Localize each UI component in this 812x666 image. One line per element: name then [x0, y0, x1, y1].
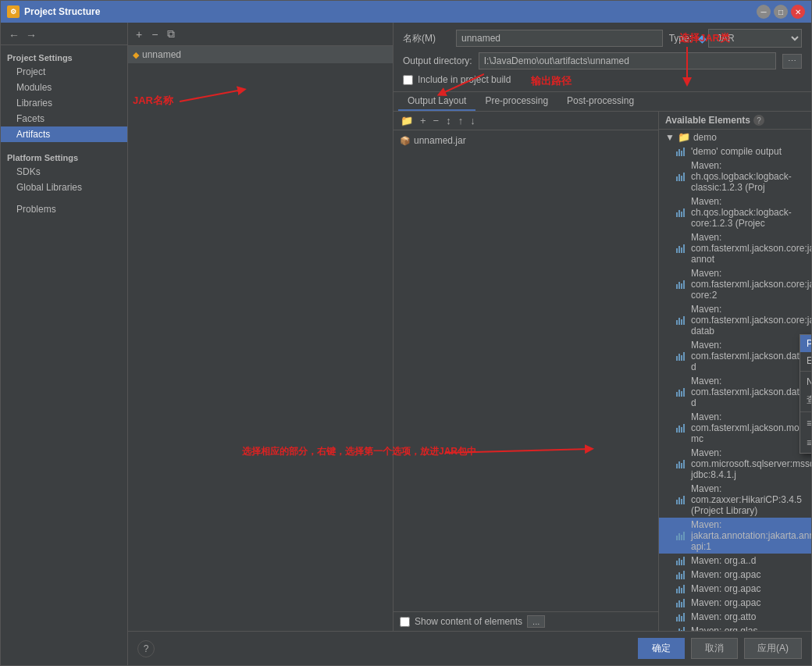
sidebar: ← → Project Settings Project Modules Lib… — [1, 23, 128, 665]
available-item[interactable]: Maven: ch.qos.logback:logback-core:1.2.3… — [659, 194, 811, 230]
available-item[interactable]: Maven: org.apac — [659, 582, 811, 596]
available-item[interactable]: Maven: com.fasterxml.jackson.datatype:ja… — [659, 374, 811, 410]
available-item[interactable]: Maven: org.apac — [659, 596, 811, 610]
sidebar-item-global-libraries[interactable]: Global Libraries — [1, 180, 127, 195]
available-item[interactable]: Maven: org.glas — [659, 624, 811, 631]
available-item[interactable]: Maven: com.microsoft.sqlserver:mssql-jdb… — [659, 446, 811, 482]
sidebar-item-sdks[interactable]: SDKs — [1, 164, 127, 180]
lib-icon — [676, 424, 685, 433]
available-item[interactable]: Maven: org.a..d — [659, 554, 811, 568]
lib-icon — [676, 557, 685, 565]
include-in-build-label: Include in project build — [418, 74, 511, 85]
name-input[interactable] — [456, 30, 663, 47]
jar-icon: ◆ — [698, 32, 707, 45]
artifact-icon: ◆ — [133, 50, 139, 60]
output-up-button[interactable]: ↑ — [456, 114, 466, 127]
bottom-bar: Show content of elements ... — [394, 611, 658, 631]
lib-icon — [676, 388, 685, 397]
copy-artifact-button[interactable]: ⧉ — [164, 26, 178, 42]
title-bar: ⚙ Project Structure ─ □ ✕ — [1, 1, 811, 23]
lib-icon — [676, 208, 685, 217]
more-options-button[interactable]: ... — [527, 615, 545, 628]
lib-icon — [676, 599, 685, 607]
minimize-button[interactable]: ─ — [757, 5, 771, 19]
available-item[interactable]: Maven: org.apac — [659, 568, 811, 582]
browse-dir-button[interactable]: ⋯ — [782, 54, 802, 69]
tree-item-label: unnamed.jar — [414, 135, 466, 146]
tab-output-layout[interactable]: Output Layout — [398, 92, 475, 111]
output-remove-button[interactable]: − — [431, 114, 442, 127]
available-item[interactable]: Maven: ch.qos.logback:logback-classic:1.… — [659, 158, 811, 194]
cancel-button[interactable]: 取消 — [691, 638, 738, 659]
tree-item-jar[interactable]: 📦 unnamed.jar — [394, 134, 658, 148]
sidebar-item-modules[interactable]: Modules — [1, 80, 127, 95]
available-item[interactable]: Maven: com.fasterxml.jackson.core:jackso… — [659, 230, 811, 266]
maximize-button[interactable]: □ — [774, 5, 788, 19]
forward-button[interactable]: → — [24, 29, 38, 41]
artifact-list-item[interactable]: ◆ unnamed — [128, 46, 393, 63]
available-item[interactable]: Maven: com.fasterxml.jackson.core:jackso… — [659, 266, 811, 302]
ctx-expand-all[interactable]: ≡ 全部展开 Ctrl+NumPad + — [800, 414, 811, 433]
tab-preprocessing[interactable]: Pre-processing — [475, 92, 557, 111]
context-menu: Put into Output Root Extract Into Output… — [800, 334, 811, 454]
ctx-expand-label: ≡ 全部展开 — [807, 417, 811, 430]
sidebar-item-artifacts[interactable]: Artifacts — [1, 126, 127, 142]
sidebar-item-project[interactable]: Project — [1, 64, 127, 80]
sidebar-item-problems[interactable]: Problems — [1, 201, 127, 217]
type-select[interactable]: JAR — [708, 29, 802, 48]
output-sort-button[interactable]: ↕ — [443, 114, 454, 127]
main-window: ⚙ Project Structure ─ □ ✕ ← → Project Se… — [0, 0, 812, 666]
available-item[interactable]: Maven: com.fasterxml.jackson.module:jack… — [659, 410, 811, 446]
lib-icon — [676, 173, 685, 181]
output-tree: 📦 unnamed.jar — [394, 130, 658, 611]
output-dir-label: Output directory: — [403, 55, 472, 66]
ctx-find-usages[interactable]: 查找使用 Alt+F7 — [800, 390, 811, 410]
artifact-form: 名称(M) Type: ◆ JAR — [394, 23, 811, 92]
available-items-list: 'demo' compile output Maven: ch.qos.logb… — [659, 144, 811, 631]
lib-icon — [676, 532, 685, 540]
ctx-extract-into-output-root[interactable]: Extract Into Output Root — [800, 352, 811, 369]
window-title: Project Structure — [24, 6, 100, 17]
available-tree: ▼ 📁 demo 'demo' compile output Maven: — [659, 130, 811, 631]
sidebar-item-libraries[interactable]: Libraries — [1, 95, 127, 111]
lib-icon — [676, 571, 685, 579]
include-in-build-row: Include in project build — [403, 74, 802, 85]
close-button[interactable]: ✕ — [791, 5, 805, 19]
ctx-put-into-output-root[interactable]: Put into Output Root — [800, 335, 811, 352]
demo-folder[interactable]: ▼ 📁 demo — [659, 130, 811, 144]
ctx-navigate[interactable]: Navigate F4 — [800, 373, 811, 390]
nav-arrows: ← → — [1, 26, 127, 45]
available-item[interactable]: Maven: com.fasterxml.jackson.core:jackso… — [659, 302, 811, 338]
tab-postprocessing[interactable]: Post-processing — [557, 92, 643, 111]
help-button[interactable]: ? — [137, 640, 155, 657]
back-button[interactable]: ← — [7, 29, 21, 41]
available-item[interactable]: Maven: jakarta.annotation:jakarta.annota… — [659, 518, 811, 554]
remove-artifact-button[interactable]: − — [148, 27, 161, 42]
available-item[interactable]: Maven: com.zaxxer:HikariCP:3.4.5 (Projec… — [659, 482, 811, 518]
folder-expand-icon: ▼ — [665, 132, 675, 143]
output-toolbar: 📁 + − ↕ ↑ ↓ — [394, 112, 658, 130]
add-artifact-button[interactable]: + — [133, 27, 145, 42]
output-add-folder-button[interactable]: 📁 — [398, 114, 415, 127]
output-layout-panel: 📁 + − ↕ ↑ ↓ 📦 u — [394, 112, 659, 631]
available-item[interactable]: 'demo' compile output — [659, 144, 811, 158]
app-icon: ⚙ — [7, 5, 20, 18]
output-add-button[interactable]: + — [418, 114, 429, 127]
lib-icon — [676, 316, 685, 325]
lib-icon — [676, 148, 685, 156]
lib-icon — [676, 460, 685, 468]
apply-button[interactable]: 应用(A) — [744, 638, 802, 659]
available-item[interactable]: Maven: org.atto — [659, 610, 811, 624]
output-down-button[interactable]: ↓ — [468, 114, 478, 127]
output-dir-input[interactable] — [479, 52, 776, 69]
help-icon[interactable]: ? — [753, 115, 764, 126]
ok-button[interactable]: 确定 — [638, 638, 685, 659]
jar-file-icon: 📦 — [400, 136, 411, 146]
ctx-collapse-all[interactable]: ≡ 全部折叠 Ctrl+NumPad - — [800, 433, 811, 453]
show-content-checkbox[interactable] — [400, 617, 410, 627]
lib-icon — [676, 244, 685, 253]
sidebar-item-facets[interactable]: Facets — [1, 111, 127, 126]
type-label: Type: — [669, 33, 692, 44]
available-item[interactable]: Maven: com.fasterxml.jackson.datatype:ja… — [659, 338, 811, 374]
include-in-build-checkbox[interactable] — [403, 75, 413, 85]
